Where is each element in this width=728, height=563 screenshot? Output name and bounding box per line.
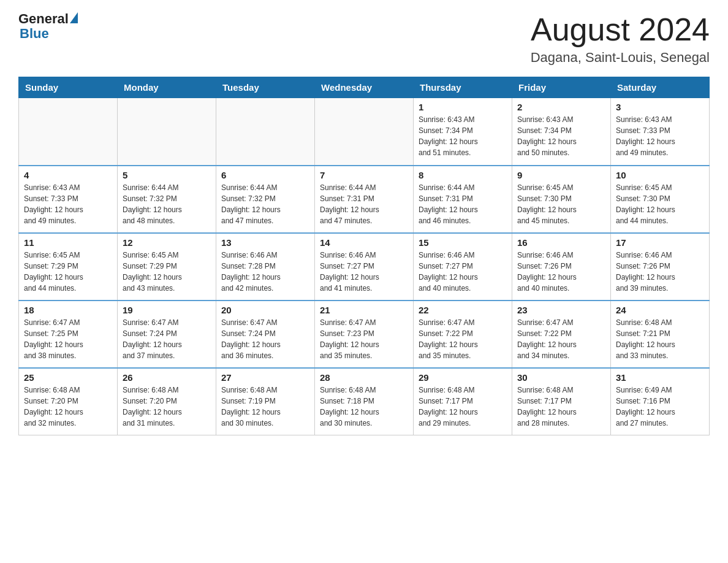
calendar-cell: 21Sunrise: 6:47 AMSunset: 7:23 PMDayligh… bbox=[315, 301, 414, 368]
calendar-cell bbox=[216, 98, 315, 166]
day-number: 2 bbox=[517, 102, 605, 112]
day-number: 13 bbox=[221, 237, 309, 248]
weekday-header-friday: Friday bbox=[512, 77, 611, 98]
day-info: Sunrise: 6:45 AMSunset: 7:29 PMDaylight:… bbox=[24, 250, 112, 294]
day-info: Sunrise: 6:43 AMSunset: 7:33 PMDaylight:… bbox=[616, 114, 704, 158]
weekday-header-wednesday: Wednesday bbox=[315, 77, 414, 98]
day-info: Sunrise: 6:49 AMSunset: 7:16 PMDaylight:… bbox=[616, 385, 704, 429]
day-number: 14 bbox=[320, 237, 408, 248]
day-number: 31 bbox=[616, 372, 704, 383]
weekday-header-saturday: Saturday bbox=[611, 77, 710, 98]
day-number: 10 bbox=[616, 170, 704, 180]
day-info: Sunrise: 6:47 AMSunset: 7:22 PMDaylight:… bbox=[517, 317, 605, 361]
logo-triangle-icon bbox=[70, 12, 78, 23]
calendar-cell: 9Sunrise: 6:45 AMSunset: 7:30 PMDaylight… bbox=[512, 166, 611, 233]
day-number: 4 bbox=[24, 170, 112, 180]
day-number: 20 bbox=[221, 305, 309, 315]
calendar-cell: 8Sunrise: 6:44 AMSunset: 7:31 PMDaylight… bbox=[414, 166, 512, 233]
day-info: Sunrise: 6:48 AMSunset: 7:17 PMDaylight:… bbox=[419, 385, 507, 429]
day-info: Sunrise: 6:46 AMSunset: 7:26 PMDaylight:… bbox=[616, 250, 704, 294]
calendar-cell: 4Sunrise: 6:43 AMSunset: 7:33 PMDaylight… bbox=[19, 166, 118, 233]
calendar-cell: 20Sunrise: 6:47 AMSunset: 7:24 PMDayligh… bbox=[216, 301, 315, 368]
day-info: Sunrise: 6:46 AMSunset: 7:27 PMDaylight:… bbox=[419, 250, 507, 294]
day-number: 18 bbox=[24, 305, 112, 315]
calendar-cell: 15Sunrise: 6:46 AMSunset: 7:27 PMDayligh… bbox=[414, 233, 512, 301]
calendar-cell: 5Sunrise: 6:44 AMSunset: 7:32 PMDaylight… bbox=[118, 166, 216, 233]
day-info: Sunrise: 6:48 AMSunset: 7:20 PMDaylight:… bbox=[24, 385, 112, 429]
calendar-cell bbox=[19, 98, 118, 166]
day-number: 7 bbox=[320, 170, 408, 180]
calendar-cell: 1Sunrise: 6:43 AMSunset: 7:34 PMDaylight… bbox=[414, 98, 512, 166]
day-info: Sunrise: 6:45 AMSunset: 7:30 PMDaylight:… bbox=[616, 182, 704, 226]
calendar-cell: 31Sunrise: 6:49 AMSunset: 7:16 PMDayligh… bbox=[611, 368, 710, 435]
day-info: Sunrise: 6:47 AMSunset: 7:24 PMDaylight:… bbox=[221, 317, 309, 361]
day-number: 3 bbox=[616, 102, 704, 112]
day-number: 23 bbox=[517, 305, 605, 315]
weekday-header-thursday: Thursday bbox=[414, 77, 512, 98]
title-block: August 2024 Dagana, Saint-Louis, Senegal bbox=[531, 12, 710, 66]
day-number: 30 bbox=[517, 372, 605, 383]
day-number: 6 bbox=[221, 170, 309, 180]
day-info: Sunrise: 6:45 AMSunset: 7:30 PMDaylight:… bbox=[517, 182, 605, 226]
calendar-cell: 26Sunrise: 6:48 AMSunset: 7:20 PMDayligh… bbox=[118, 368, 216, 435]
calendar-cell: 19Sunrise: 6:47 AMSunset: 7:24 PMDayligh… bbox=[118, 301, 216, 368]
day-info: Sunrise: 6:46 AMSunset: 7:27 PMDaylight:… bbox=[320, 250, 408, 294]
weekday-header-tuesday: Tuesday bbox=[216, 77, 315, 98]
day-number: 29 bbox=[419, 372, 507, 383]
calendar-table: SundayMondayTuesdayWednesdayThursdayFrid… bbox=[18, 77, 710, 435]
day-info: Sunrise: 6:47 AMSunset: 7:23 PMDaylight:… bbox=[320, 317, 408, 361]
calendar-cell: 17Sunrise: 6:46 AMSunset: 7:26 PMDayligh… bbox=[611, 233, 710, 301]
day-info: Sunrise: 6:43 AMSunset: 7:34 PMDaylight:… bbox=[517, 114, 605, 158]
calendar-cell: 23Sunrise: 6:47 AMSunset: 7:22 PMDayligh… bbox=[512, 301, 611, 368]
logo-general-text: General bbox=[18, 12, 69, 26]
day-number: 15 bbox=[419, 237, 507, 248]
day-number: 12 bbox=[123, 237, 211, 248]
calendar-cell: 28Sunrise: 6:48 AMSunset: 7:18 PMDayligh… bbox=[315, 368, 414, 435]
day-number: 1 bbox=[419, 102, 507, 112]
calendar-week-2: 4Sunrise: 6:43 AMSunset: 7:33 PMDaylight… bbox=[19, 166, 710, 233]
calendar-cell: 14Sunrise: 6:46 AMSunset: 7:27 PMDayligh… bbox=[315, 233, 414, 301]
calendar-cell: 27Sunrise: 6:48 AMSunset: 7:19 PMDayligh… bbox=[216, 368, 315, 435]
calendar-week-5: 25Sunrise: 6:48 AMSunset: 7:20 PMDayligh… bbox=[19, 368, 710, 435]
calendar-week-3: 11Sunrise: 6:45 AMSunset: 7:29 PMDayligh… bbox=[19, 233, 710, 301]
calendar-body: 1Sunrise: 6:43 AMSunset: 7:34 PMDaylight… bbox=[19, 98, 710, 435]
day-number: 16 bbox=[517, 237, 605, 248]
day-info: Sunrise: 6:46 AMSunset: 7:26 PMDaylight:… bbox=[517, 250, 605, 294]
day-info: Sunrise: 6:48 AMSunset: 7:17 PMDaylight:… bbox=[517, 385, 605, 429]
calendar-cell: 22Sunrise: 6:47 AMSunset: 7:22 PMDayligh… bbox=[414, 301, 512, 368]
day-number: 25 bbox=[24, 372, 112, 383]
day-info: Sunrise: 6:47 AMSunset: 7:25 PMDaylight:… bbox=[24, 317, 112, 361]
day-number: 8 bbox=[419, 170, 507, 180]
day-info: Sunrise: 6:45 AMSunset: 7:29 PMDaylight:… bbox=[123, 250, 211, 294]
day-info: Sunrise: 6:44 AMSunset: 7:32 PMDaylight:… bbox=[123, 182, 211, 226]
calendar-cell: 7Sunrise: 6:44 AMSunset: 7:31 PMDaylight… bbox=[315, 166, 414, 233]
weekday-header-sunday: Sunday bbox=[19, 77, 118, 98]
calendar-cell: 2Sunrise: 6:43 AMSunset: 7:34 PMDaylight… bbox=[512, 98, 611, 166]
day-number: 9 bbox=[517, 170, 605, 180]
calendar-cell: 29Sunrise: 6:48 AMSunset: 7:17 PMDayligh… bbox=[414, 368, 512, 435]
logo-blue-text: Blue bbox=[20, 26, 49, 42]
weekday-header-row: SundayMondayTuesdayWednesdayThursdayFrid… bbox=[19, 77, 710, 98]
day-info: Sunrise: 6:48 AMSunset: 7:20 PMDaylight:… bbox=[123, 385, 211, 429]
day-info: Sunrise: 6:48 AMSunset: 7:21 PMDaylight:… bbox=[616, 317, 704, 361]
month-year-title: August 2024 bbox=[531, 12, 710, 47]
calendar-cell: 18Sunrise: 6:47 AMSunset: 7:25 PMDayligh… bbox=[19, 301, 118, 368]
calendar-cell: 13Sunrise: 6:46 AMSunset: 7:28 PMDayligh… bbox=[216, 233, 315, 301]
day-number: 22 bbox=[419, 305, 507, 315]
logo-top: General bbox=[18, 12, 78, 26]
day-number: 19 bbox=[123, 305, 211, 315]
calendar-cell: 10Sunrise: 6:45 AMSunset: 7:30 PMDayligh… bbox=[611, 166, 710, 233]
day-info: Sunrise: 6:48 AMSunset: 7:18 PMDaylight:… bbox=[320, 385, 408, 429]
day-info: Sunrise: 6:47 AMSunset: 7:22 PMDaylight:… bbox=[419, 317, 507, 361]
calendar-cell: 30Sunrise: 6:48 AMSunset: 7:17 PMDayligh… bbox=[512, 368, 611, 435]
day-number: 5 bbox=[123, 170, 211, 180]
day-info: Sunrise: 6:47 AMSunset: 7:24 PMDaylight:… bbox=[123, 317, 211, 361]
calendar-week-4: 18Sunrise: 6:47 AMSunset: 7:25 PMDayligh… bbox=[19, 301, 710, 368]
day-info: Sunrise: 6:43 AMSunset: 7:34 PMDaylight:… bbox=[419, 114, 507, 158]
calendar-cell: 11Sunrise: 6:45 AMSunset: 7:29 PMDayligh… bbox=[19, 233, 118, 301]
calendar-cell: 24Sunrise: 6:48 AMSunset: 7:21 PMDayligh… bbox=[611, 301, 710, 368]
calendar-cell: 6Sunrise: 6:44 AMSunset: 7:32 PMDaylight… bbox=[216, 166, 315, 233]
page-header: General Blue August 2024 Dagana, Saint-L… bbox=[18, 12, 710, 66]
day-number: 24 bbox=[616, 305, 704, 315]
day-info: Sunrise: 6:48 AMSunset: 7:19 PMDaylight:… bbox=[221, 385, 309, 429]
